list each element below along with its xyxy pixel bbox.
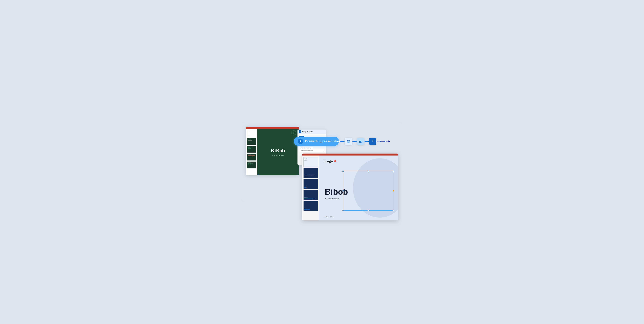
right-logo-dot <box>334 160 336 162</box>
right-slide-thumb-3[interactable]: Default shape 50% <box>304 179 318 189</box>
left-slide-thumb-5[interactable]: Title of this one <box>247 161 256 169</box>
plugin-header-title: Design Converter <box>302 131 313 132</box>
left-slide-list: BiBob Your Bob of bees Default Textbox D <box>246 129 257 175</box>
left-slide-logo-icon: ⏱ <box>291 130 296 135</box>
connector-line-1 <box>340 141 344 142</box>
handle-bl[interactable] <box>342 210 344 211</box>
right-slide-thumb-4[interactable]: Amount of people <box>304 190 318 200</box>
right-converted-panel: Naming™ Bibob Your bob of bees What to e… <box>302 153 398 220</box>
right-main-slide: Logo Bibob Your bob of bees July 13, 202… <box>319 155 398 220</box>
right-slide-thumb-2[interactable]: What to expect today Default Textbox <box>304 168 318 178</box>
right-big-title: Bibob <box>325 188 348 196</box>
converting-badge: ★ Converting presentation <box>294 137 339 146</box>
left-slide-thumb-1[interactable]: BiBob Your Bob of bees <box>247 130 256 137</box>
plugin-choose-label: Choose a template to convert to <box>299 147 324 148</box>
right-titlebar <box>302 153 398 155</box>
right-slide-thumb-5[interactable]: Title of this one <box>304 201 318 211</box>
right-panel-body: Naming™ Bibob Your bob of bees What to e… <box>302 155 398 220</box>
connector-area: T <box>340 138 390 145</box>
main-container: BiBob Your Bob of bees Default Textbox D <box>242 122 402 202</box>
connector-t-icon: T <box>369 138 376 145</box>
connector-arrow-head <box>388 140 390 142</box>
converting-badge-text: Converting presentation <box>305 139 341 143</box>
handle-tl[interactable] <box>342 171 344 172</box>
connector-line-2 <box>352 141 357 142</box>
left-slide-thumb-4[interactable]: This is the amount... <box>247 153 256 160</box>
right-slide-list: Naming™ Bibob Your bob of bees What to e… <box>302 155 319 220</box>
right-main-content: Bibob Your bob of bees <box>325 176 348 200</box>
connector-ppt-icon <box>345 138 352 145</box>
right-subtitle: Your bob of bees <box>325 197 348 200</box>
connector-bar-icon <box>357 138 364 145</box>
svg-rect-9 <box>359 141 360 143</box>
right-date: July 13, 2023 <box>324 216 334 217</box>
left-slide-thumb-2[interactable]: Default Textbox <box>247 138 256 145</box>
right-logo-text: Logo <box>324 159 333 164</box>
svg-rect-11 <box>361 142 362 143</box>
plugin-t-icon: T <box>298 130 302 133</box>
right-circle-decoration <box>353 158 398 218</box>
connector-dashed-3 <box>386 141 388 142</box>
plugin-template-input[interactable] <box>299 149 324 152</box>
svg-rect-10 <box>360 141 361 143</box>
connector-dashed-2 <box>381 141 384 142</box>
left-main-slide: ⏱ BiBob Your Bob of bees <box>257 129 299 175</box>
left-slide-subtitle: Your Bob of bees <box>272 154 284 156</box>
connector-small-arrow-1 <box>380 141 381 142</box>
plugin-header: T Design Converter <box>298 129 326 134</box>
left-slide-thumb-3[interactable]: Default shape on this page 50% <box>247 146 256 153</box>
connector-dashed-1 <box>377 141 380 142</box>
badge-star-icon: ★ <box>298 138 303 144</box>
left-slide-title: BiBob <box>271 148 285 154</box>
left-powerpoint-panel: BiBob Your Bob of bees Default Textbox D <box>246 127 299 175</box>
left-titlebar <box>246 127 299 129</box>
left-slide-bar <box>257 175 299 175</box>
right-logo-area: Logo <box>324 159 336 164</box>
connector-line-3 <box>364 141 369 142</box>
right-slide-thumb-1[interactable]: Naming™ Bibob Your bob of bees <box>304 157 318 167</box>
svg-text:T: T <box>372 140 374 143</box>
connector-small-arrow-2 <box>384 141 386 142</box>
